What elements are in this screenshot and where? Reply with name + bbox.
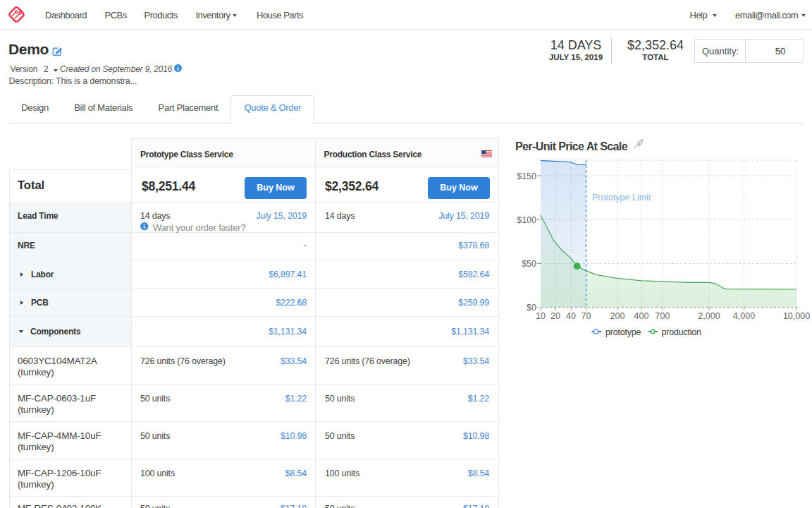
svg-text:2,000: 2,000 [698,311,720,321]
svg-text:400: 400 [634,311,649,321]
svg-text:20: 20 [550,311,560,321]
svg-text:200: 200 [610,311,625,321]
svg-text:10,000: 10,000 [783,311,810,321]
svg-text:$0: $0 [527,303,536,313]
svg-text:Prototype Limit: Prototype Limit [592,193,651,202]
svg-text:prototype: prototype [605,327,641,337]
svg-text:production: production [662,327,702,337]
svg-text:4,000: 4,000 [733,311,755,321]
svg-text:$50: $50 [522,259,536,269]
svg-text:700: 700 [656,311,670,321]
svg-text:70: 70 [582,311,591,321]
svg-text:$150: $150 [517,171,536,181]
svg-text:10: 10 [536,311,546,321]
svg-text:$100: $100 [517,215,536,225]
svg-text:40: 40 [566,311,576,321]
